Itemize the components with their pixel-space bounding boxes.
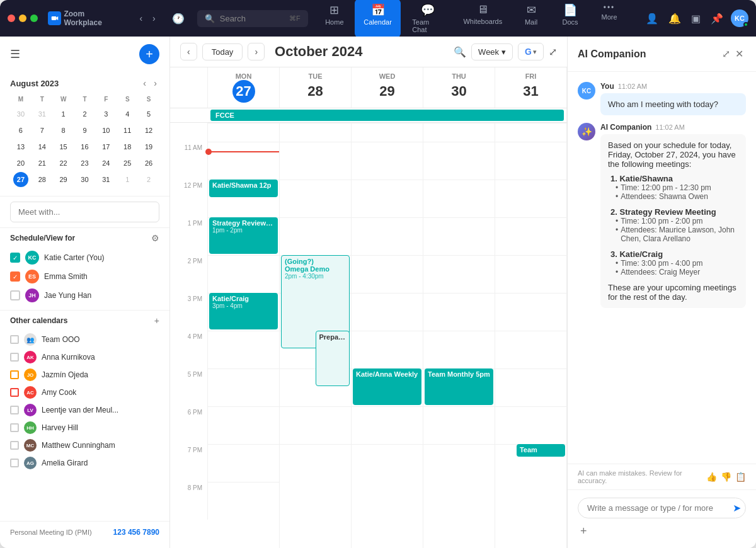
team-ooo-checkbox[interactable] — [10, 335, 19, 344]
back-button[interactable]: ‹ — [135, 11, 146, 26]
layout-button[interactable]: ▣ — [689, 10, 703, 27]
tab-whiteboards[interactable]: 🖥 Whiteboards — [455, 0, 511, 37]
jae-checkbox[interactable] — [10, 290, 20, 300]
mini-cal-cell[interactable]: 30 — [77, 172, 92, 187]
katie-checkbox[interactable]: ✓ — [10, 253, 20, 263]
mini-cal-cell[interactable]: 17 — [98, 139, 113, 154]
ai-close-button[interactable]: ✕ — [733, 47, 746, 61]
event-team[interactable]: Team — [517, 444, 565, 457]
amelia-checkbox[interactable] — [10, 459, 19, 467]
mini-cal-cell[interactable]: 28 — [35, 172, 50, 187]
close-button[interactable] — [8, 14, 15, 22]
mini-cal-cell[interactable]: 30 — [13, 106, 28, 122]
cal-next-button[interactable]: › — [248, 43, 265, 60]
amy-checkbox[interactable] — [10, 388, 19, 397]
schedule-settings-button[interactable]: ⚙ — [151, 233, 159, 243]
thumbs-down-button[interactable]: 👎 — [721, 472, 731, 482]
minimize-button[interactable] — [19, 14, 26, 22]
fcce-event[interactable]: FCCE — [210, 110, 564, 121]
ai-add-button[interactable]: + — [578, 522, 590, 540]
search-shortcut: ⌘F — [289, 14, 301, 23]
tab-mail[interactable]: ✉ Mail — [512, 0, 550, 37]
matthew-checkbox[interactable] — [10, 441, 19, 450]
maximize-button[interactable] — [30, 14, 38, 22]
mini-cal-cell[interactable]: 2 — [141, 172, 156, 187]
mini-cal-next-button[interactable]: › — [151, 77, 159, 89]
mini-cal-today[interactable]: 27 — [13, 172, 28, 187]
mini-cal-cell[interactable]: 13 — [13, 139, 28, 154]
mini-cal-cell[interactable]: 7 — [35, 123, 50, 138]
tab-calendar[interactable]: 📅 Calendar — [355, 0, 401, 37]
tab-docs[interactable]: 📄 Docs — [551, 0, 589, 37]
cal-view-select[interactable]: Week ▾ — [471, 43, 513, 60]
ai-message-content: AI Companion 11:02 AM Based on your sche… — [600, 123, 746, 308]
mini-cal-cell[interactable]: 25 — [120, 156, 135, 171]
cal-google-button[interactable]: G ▾ — [518, 43, 544, 60]
ai-input[interactable] — [578, 498, 746, 518]
tab-more[interactable]: ••• More — [590, 0, 628, 37]
mini-cal-cell[interactable]: 8 — [56, 123, 71, 138]
mini-cal-cell[interactable]: 2 — [77, 106, 92, 122]
event-strategy-review[interactable]: Strategy Review Meeting 1pm - 2pm — [209, 217, 278, 254]
mini-cal-cell[interactable]: 14 — [35, 139, 50, 154]
forward-button[interactable]: › — [149, 11, 159, 26]
mini-cal-cell[interactable]: 21 — [35, 156, 50, 171]
jazmin-checkbox[interactable] — [10, 370, 19, 379]
mini-cal-cell[interactable]: 10 — [98, 123, 113, 138]
meet-with-input[interactable] — [10, 202, 159, 222]
mini-cal-prev-button[interactable]: ‹ — [140, 77, 149, 89]
event-katie-shawna[interactable]: Katie/Shawna 12p — [209, 180, 278, 197]
tab-home[interactable]: ⊞ Home — [316, 0, 353, 37]
user-bubble: Who am I meeting with today? — [600, 93, 746, 115]
mini-cal-cell[interactable]: 18 — [120, 139, 135, 154]
search-bar[interactable]: 🔍 Search ⌘F — [197, 10, 308, 27]
mini-cal-cell[interactable]: 9 — [77, 123, 92, 138]
event-prepare-2024[interactable]: Prepare for 2024 S — [316, 331, 350, 386]
mini-cal-cell[interactable]: 31 — [98, 172, 113, 187]
tab-docs-label: Docs — [562, 18, 578, 26]
pin-button[interactable]: 📌 — [708, 10, 726, 27]
event-katie-craig[interactable]: Katie/Craig 3pm - 4pm — [209, 293, 278, 329]
sidebar-toggle-button[interactable]: ☰ — [10, 47, 20, 61]
mini-cal-cell[interactable]: 24 — [98, 156, 113, 171]
mini-cal-cell[interactable]: 12 — [141, 123, 156, 138]
anna-checkbox[interactable] — [10, 353, 19, 362]
notifications-button[interactable]: 🔔 — [666, 10, 684, 27]
event-katie-anna-weekly[interactable]: Katie/Anna Weekly — [353, 368, 421, 405]
leentje-checkbox[interactable] — [10, 406, 19, 414]
cal-expand-button[interactable]: ⤢ — [549, 46, 557, 58]
mini-cal-cell[interactable]: 26 — [141, 156, 156, 171]
mini-cal-cell[interactable]: 15 — [56, 139, 71, 154]
copy-button[interactable]: 📋 — [735, 472, 746, 482]
cal-today-button[interactable]: Today — [202, 43, 243, 60]
mini-cal-cell[interactable]: 1 — [120, 172, 135, 187]
ai-send-button[interactable]: ➤ — [733, 502, 741, 514]
account-button[interactable]: 👤 — [643, 10, 661, 27]
mini-cal-cell[interactable]: 6 — [13, 123, 28, 138]
cal-search-button[interactable]: 🔍 — [454, 46, 466, 58]
mini-cal-cell[interactable]: 31 — [35, 106, 50, 122]
ai-expand-button[interactable]: ⤢ — [719, 47, 733, 61]
tab-team-chat[interactable]: 💬 Team Chat — [402, 0, 453, 37]
thumbs-up-button[interactable]: 👍 — [706, 472, 717, 482]
mini-cal-cell[interactable]: 19 — [141, 139, 156, 154]
mini-cal-cell[interactable]: 5 — [141, 106, 156, 122]
mini-cal-cell[interactable]: 3 — [98, 106, 113, 122]
mini-cal-cell[interactable]: 29 — [56, 172, 71, 187]
mini-cal-cell[interactable]: 22 — [56, 156, 71, 171]
mini-cal-cell[interactable]: 16 — [77, 139, 92, 154]
cal-prev-button[interactable]: ‹ — [180, 43, 197, 60]
pmi-number[interactable]: 123 456 7890 — [113, 528, 159, 537]
mini-cal-cell[interactable]: 23 — [77, 156, 92, 171]
mini-cal-cell[interactable]: 20 — [13, 156, 28, 171]
mini-cal-cell[interactable]: 4 — [120, 106, 135, 122]
mini-cal-cell[interactable]: 11 — [120, 123, 135, 138]
title-bar-actions: 👤 🔔 ▣ 📌 KC — [643, 9, 748, 27]
harvey-checkbox[interactable] — [10, 423, 19, 432]
event-team-monthly[interactable]: Team Monthly 5pm — [425, 368, 493, 405]
add-event-button[interactable]: + — [139, 44, 159, 64]
mini-cal-cell[interactable]: 1 — [56, 106, 71, 122]
add-calendar-button[interactable]: + — [154, 316, 159, 326]
history-button[interactable]: 🕐 — [167, 10, 190, 27]
emma-checkbox[interactable]: ✓ — [10, 271, 20, 282]
